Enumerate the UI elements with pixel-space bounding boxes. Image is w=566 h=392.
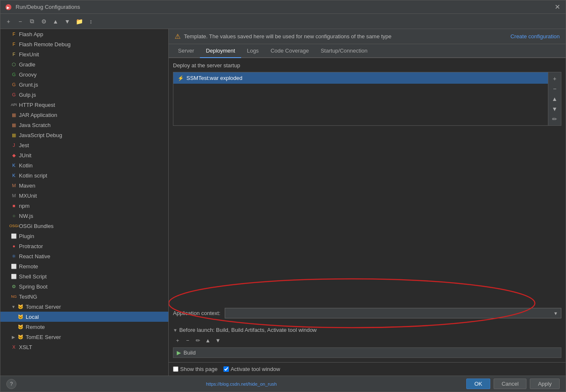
sidebar-item-flexunit[interactable]: F FlexUnit <box>0 49 168 59</box>
folder-button[interactable]: 📁 <box>74 16 85 27</box>
config-tree: F Flash App F Flash Remote Debug F FlexU… <box>0 29 169 376</box>
before-launch-edit-button[interactable]: ✏ <box>193 336 202 345</box>
deploy-list: ⚡ SSMTest:war exploded <box>173 72 548 125</box>
sidebar-item-label: Grunt.js <box>19 82 38 88</box>
http-icon: API <box>11 101 17 108</box>
sidebar-item-tomcat-server[interactable]: ▼ 🐱 Tomcat Server <box>0 302 168 312</box>
warning-text: Template. The values saved here will be … <box>184 33 510 40</box>
before-launch-up-button[interactable]: ▲ <box>203 336 213 345</box>
sidebar-item-label: Protractor <box>19 243 43 249</box>
sidebar-item-testng[interactable]: NG TestNG <box>0 291 168 302</box>
sidebar-item-groovy[interactable]: G Groovy <box>0 69 168 79</box>
move-up-button[interactable]: ▲ <box>50 16 61 27</box>
app-context-label: Application context: <box>173 310 221 316</box>
sidebar-item-tomcat-remote[interactable]: 🐱 Remote <box>0 322 168 332</box>
kotlin-icon: K <box>11 162 17 169</box>
sidebar-item-react-native[interactable]: ⚛ React Native <box>0 251 168 261</box>
sidebar-item-plugin[interactable]: ⬜ Plugin <box>0 231 168 241</box>
sidebar-item-junit[interactable]: ◆ JUnit <box>0 150 168 160</box>
sidebar-item-gradle[interactable]: ⬡ Gradle <box>0 59 168 69</box>
settings-button[interactable]: ⚙ <box>38 16 49 27</box>
move-down-button[interactable]: ▼ <box>62 16 73 27</box>
sidebar-item-spring-boot[interactable]: ⚙ Spring Boot <box>0 281 168 291</box>
deployment-panel: Deploy at the server startup ⚡ SSMTest:w… <box>169 58 566 362</box>
sidebar-item-jar[interactable]: ▦ JAR Application <box>0 110 168 120</box>
sidebar-item-maven[interactable]: M Maven <box>0 180 168 191</box>
deploy-add-button[interactable]: + <box>550 74 559 83</box>
tab-code-coverage[interactable]: Code Coverage <box>265 44 315 58</box>
tab-server[interactable]: Server <box>172 44 200 58</box>
ok-button[interactable]: OK <box>466 379 490 389</box>
context-dropdown-arrow[interactable]: ▼ <box>553 311 558 316</box>
nwjs-icon: ○ <box>11 212 17 219</box>
svg-text:▶: ▶ <box>7 5 10 10</box>
activate-tool-checkbox[interactable] <box>223 366 229 372</box>
sidebar-item-remote[interactable]: ⬜ Remote <box>0 261 168 271</box>
spring-boot-icon: ⚙ <box>11 283 17 290</box>
sidebar-item-label: MXUnit <box>19 193 37 199</box>
deploy-list-item[interactable]: ⚡ SSMTest:war exploded <box>173 72 548 84</box>
app-context-input[interactable] <box>225 308 561 318</box>
sidebar-item-tomcat-local[interactable]: 🐱 Local <box>0 312 168 322</box>
sidebar-item-js-debug[interactable]: ▦ JavaScript Debug <box>0 130 168 140</box>
sort-button[interactable]: ↕ <box>85 16 96 27</box>
copy-config-button[interactable]: ⧉ <box>27 16 37 27</box>
mxunit-icon: M <box>11 192 17 199</box>
sidebar-item-kotlin-script[interactable]: K Kotlin script <box>0 170 168 180</box>
sidebar-item-flash-app[interactable]: F Flash App <box>0 29 168 39</box>
close-button[interactable]: ✕ <box>553 3 561 11</box>
sidebar-item-nwjs[interactable]: ○ NW.js <box>0 211 168 221</box>
add-config-button[interactable]: + <box>3 16 14 27</box>
cancel-button[interactable]: Cancel <box>494 379 526 389</box>
sidebar-item-npm[interactable]: ■ npm <box>0 201 168 211</box>
sidebar-item-flash-remote[interactable]: F Flash Remote Debug <box>0 39 168 49</box>
apply-button[interactable]: Apply <box>530 379 560 389</box>
sidebar-item-label: Maven <box>19 183 35 189</box>
activate-tool-label: Activate tool window <box>231 366 280 372</box>
tomee-server-icon: 🐱 <box>17 334 24 340</box>
before-launch-arrow: ▼ <box>173 328 178 333</box>
deploy-remove-button[interactable]: − <box>550 84 559 93</box>
sidebar-item-label: Flash Remote Debug <box>19 41 71 48</box>
build-item: ▶ Build <box>173 347 561 358</box>
help-button[interactable]: ? <box>6 379 16 389</box>
deploy-item-icon: ⚡ <box>178 75 184 81</box>
sidebar-item-label: Gulp.js <box>19 92 36 98</box>
deploy-up-button[interactable]: ▲ <box>550 94 559 103</box>
tab-logs[interactable]: Logs <box>241 44 265 58</box>
sidebar-item-mxunit[interactable]: M MXUnit <box>0 191 168 201</box>
run-debug-dialog: ▶ Run/Debug Configurations ✕ + − ⧉ ⚙ ▲ ▼… <box>0 0 566 392</box>
sidebar-item-kotlin[interactable]: K Kotlin <box>0 160 168 170</box>
tab-deployment[interactable]: Deployment <box>200 44 241 58</box>
before-launch-add-button[interactable]: + <box>173 336 182 345</box>
sidebar-item-shell-script[interactable]: ⬜ Shell Script <box>0 271 168 281</box>
tab-bar: Server Deployment Logs Code Coverage Sta… <box>169 44 566 58</box>
sidebar-item-protractor[interactable]: ● Protractor <box>0 241 168 251</box>
sidebar-item-label: Local <box>26 314 39 320</box>
before-launch-remove-button[interactable]: − <box>183 336 192 345</box>
sidebar-item-label: JavaScript Debug <box>19 132 62 138</box>
sidebar-item-http[interactable]: API HTTP Request <box>0 100 168 110</box>
sidebar-item-label: Spring Boot <box>19 283 48 290</box>
npm-icon: ■ <box>11 202 17 209</box>
deploy-edit-button[interactable]: ✏ <box>550 114 559 124</box>
create-configuration-link[interactable]: Create configuration <box>510 33 560 40</box>
flash-remote-icon: F <box>11 41 17 48</box>
sidebar-item-xslt[interactable]: X XSLT <box>0 342 168 352</box>
sidebar-item-label: Kotlin script <box>19 172 47 179</box>
sidebar-item-grunt[interactable]: G Grunt.js <box>0 79 168 90</box>
sidebar-item-osgi[interactable]: OSGi OSGi Bundles <box>0 221 168 231</box>
sidebar-item-jest[interactable]: J Jest <box>0 140 168 150</box>
tab-startup[interactable]: Startup/Connection <box>315 44 373 58</box>
sidebar-item-java-scratch[interactable]: ▦ Java Scratch <box>0 120 168 130</box>
show-page-checkbox[interactable] <box>173 366 178 372</box>
before-launch-down-button[interactable]: ▼ <box>213 336 223 345</box>
maven-icon: M <box>11 182 17 189</box>
remove-config-button[interactable]: − <box>15 16 26 27</box>
footer-link[interactable]: https://blog.csdn.net/hide_on_rush <box>206 381 277 387</box>
java-scratch-icon: ▦ <box>11 122 17 128</box>
sidebar-item-tomee-server[interactable]: ▶ 🐱 TomEE Server <box>0 332 168 342</box>
bottom-options-bar: Show this page Activate tool window <box>169 362 566 376</box>
deploy-down-button[interactable]: ▼ <box>550 104 559 114</box>
sidebar-item-gulp[interactable]: G Gulp.js <box>0 90 168 100</box>
